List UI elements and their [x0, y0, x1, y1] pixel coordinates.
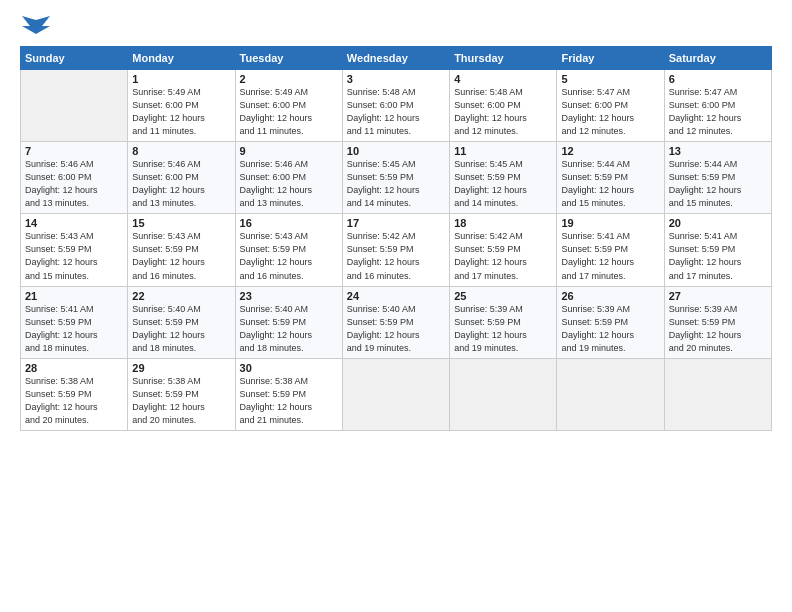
cell-week3-day7: 20Sunrise: 5:41 AM Sunset: 5:59 PM Dayli…: [664, 214, 771, 286]
day-info: Sunrise: 5:41 AM Sunset: 5:59 PM Dayligh…: [561, 231, 634, 280]
day-info: Sunrise: 5:39 AM Sunset: 5:59 PM Dayligh…: [669, 304, 742, 353]
day-info: Sunrise: 5:40 AM Sunset: 5:59 PM Dayligh…: [240, 304, 313, 353]
cell-week3-day2: 15Sunrise: 5:43 AM Sunset: 5:59 PM Dayli…: [128, 214, 235, 286]
col-header-saturday: Saturday: [664, 47, 771, 70]
day-number: 19: [561, 217, 659, 229]
day-info: Sunrise: 5:49 AM Sunset: 6:00 PM Dayligh…: [240, 87, 313, 136]
day-info: Sunrise: 5:41 AM Sunset: 5:59 PM Dayligh…: [25, 304, 98, 353]
cell-week4-day5: 25Sunrise: 5:39 AM Sunset: 5:59 PM Dayli…: [450, 286, 557, 358]
day-info: Sunrise: 5:48 AM Sunset: 6:00 PM Dayligh…: [454, 87, 527, 136]
svg-marker-0: [22, 16, 50, 34]
day-info: Sunrise: 5:42 AM Sunset: 5:59 PM Dayligh…: [347, 231, 420, 280]
cell-week2-day3: 9Sunrise: 5:46 AM Sunset: 6:00 PM Daylig…: [235, 142, 342, 214]
cell-week2-day5: 11Sunrise: 5:45 AM Sunset: 5:59 PM Dayli…: [450, 142, 557, 214]
col-header-wednesday: Wednesday: [342, 47, 449, 70]
cell-week5-day5: [450, 358, 557, 430]
day-number: 14: [25, 217, 123, 229]
cell-week4-day4: 24Sunrise: 5:40 AM Sunset: 5:59 PM Dayli…: [342, 286, 449, 358]
cell-week4-day2: 22Sunrise: 5:40 AM Sunset: 5:59 PM Dayli…: [128, 286, 235, 358]
cell-week1-day1: [21, 70, 128, 142]
day-number: 3: [347, 73, 445, 85]
logo-bird-icon: [22, 16, 50, 38]
cell-week5-day3: 30Sunrise: 5:38 AM Sunset: 5:59 PM Dayli…: [235, 358, 342, 430]
cell-week3-day4: 17Sunrise: 5:42 AM Sunset: 5:59 PM Dayli…: [342, 214, 449, 286]
day-info: Sunrise: 5:43 AM Sunset: 5:59 PM Dayligh…: [132, 231, 205, 280]
day-number: 18: [454, 217, 552, 229]
cell-week4-day1: 21Sunrise: 5:41 AM Sunset: 5:59 PM Dayli…: [21, 286, 128, 358]
cell-week1-day2: 1Sunrise: 5:49 AM Sunset: 6:00 PM Daylig…: [128, 70, 235, 142]
day-info: Sunrise: 5:46 AM Sunset: 6:00 PM Dayligh…: [132, 159, 205, 208]
day-info: Sunrise: 5:44 AM Sunset: 5:59 PM Dayligh…: [669, 159, 742, 208]
day-number: 23: [240, 290, 338, 302]
day-number: 30: [240, 362, 338, 374]
header: [20, 18, 772, 38]
calendar-table: SundayMondayTuesdayWednesdayThursdayFrid…: [20, 46, 772, 431]
day-number: 28: [25, 362, 123, 374]
cell-week3-day6: 19Sunrise: 5:41 AM Sunset: 5:59 PM Dayli…: [557, 214, 664, 286]
day-info: Sunrise: 5:40 AM Sunset: 5:59 PM Dayligh…: [347, 304, 420, 353]
day-info: Sunrise: 5:46 AM Sunset: 6:00 PM Dayligh…: [25, 159, 98, 208]
day-info: Sunrise: 5:48 AM Sunset: 6:00 PM Dayligh…: [347, 87, 420, 136]
cell-week1-day6: 5Sunrise: 5:47 AM Sunset: 6:00 PM Daylig…: [557, 70, 664, 142]
cell-week2-day2: 8Sunrise: 5:46 AM Sunset: 6:00 PM Daylig…: [128, 142, 235, 214]
cell-week1-day3: 2Sunrise: 5:49 AM Sunset: 6:00 PM Daylig…: [235, 70, 342, 142]
day-number: 5: [561, 73, 659, 85]
logo: [20, 18, 50, 38]
col-header-tuesday: Tuesday: [235, 47, 342, 70]
day-info: Sunrise: 5:38 AM Sunset: 5:59 PM Dayligh…: [132, 376, 205, 425]
day-info: Sunrise: 5:44 AM Sunset: 5:59 PM Dayligh…: [561, 159, 634, 208]
cell-week1-day7: 6Sunrise: 5:47 AM Sunset: 6:00 PM Daylig…: [664, 70, 771, 142]
cell-week5-day1: 28Sunrise: 5:38 AM Sunset: 5:59 PM Dayli…: [21, 358, 128, 430]
day-number: 10: [347, 145, 445, 157]
cell-week3-day1: 14Sunrise: 5:43 AM Sunset: 5:59 PM Dayli…: [21, 214, 128, 286]
day-number: 22: [132, 290, 230, 302]
day-number: 25: [454, 290, 552, 302]
cell-week5-day6: [557, 358, 664, 430]
day-number: 12: [561, 145, 659, 157]
day-info: Sunrise: 5:47 AM Sunset: 6:00 PM Dayligh…: [561, 87, 634, 136]
day-number: 29: [132, 362, 230, 374]
day-number: 1: [132, 73, 230, 85]
day-info: Sunrise: 5:41 AM Sunset: 5:59 PM Dayligh…: [669, 231, 742, 280]
day-info: Sunrise: 5:43 AM Sunset: 5:59 PM Dayligh…: [25, 231, 98, 280]
day-info: Sunrise: 5:46 AM Sunset: 6:00 PM Dayligh…: [240, 159, 313, 208]
day-number: 17: [347, 217, 445, 229]
day-number: 27: [669, 290, 767, 302]
day-info: Sunrise: 5:45 AM Sunset: 5:59 PM Dayligh…: [454, 159, 527, 208]
day-info: Sunrise: 5:45 AM Sunset: 5:59 PM Dayligh…: [347, 159, 420, 208]
day-number: 13: [669, 145, 767, 157]
cell-week2-day4: 10Sunrise: 5:45 AM Sunset: 5:59 PM Dayli…: [342, 142, 449, 214]
day-info: Sunrise: 5:42 AM Sunset: 5:59 PM Dayligh…: [454, 231, 527, 280]
cell-week4-day6: 26Sunrise: 5:39 AM Sunset: 5:59 PM Dayli…: [557, 286, 664, 358]
day-info: Sunrise: 5:47 AM Sunset: 6:00 PM Dayligh…: [669, 87, 742, 136]
day-number: 21: [25, 290, 123, 302]
cell-week3-day5: 18Sunrise: 5:42 AM Sunset: 5:59 PM Dayli…: [450, 214, 557, 286]
day-number: 24: [347, 290, 445, 302]
day-info: Sunrise: 5:38 AM Sunset: 5:59 PM Dayligh…: [240, 376, 313, 425]
cell-week4-day7: 27Sunrise: 5:39 AM Sunset: 5:59 PM Dayli…: [664, 286, 771, 358]
day-info: Sunrise: 5:39 AM Sunset: 5:59 PM Dayligh…: [561, 304, 634, 353]
day-number: 20: [669, 217, 767, 229]
cell-week5-day2: 29Sunrise: 5:38 AM Sunset: 5:59 PM Dayli…: [128, 358, 235, 430]
cell-week1-day4: 3Sunrise: 5:48 AM Sunset: 6:00 PM Daylig…: [342, 70, 449, 142]
cell-week4-day3: 23Sunrise: 5:40 AM Sunset: 5:59 PM Dayli…: [235, 286, 342, 358]
day-number: 16: [240, 217, 338, 229]
page: SundayMondayTuesdayWednesdayThursdayFrid…: [0, 0, 792, 441]
cell-week1-day5: 4Sunrise: 5:48 AM Sunset: 6:00 PM Daylig…: [450, 70, 557, 142]
cell-week2-day7: 13Sunrise: 5:44 AM Sunset: 5:59 PM Dayli…: [664, 142, 771, 214]
day-info: Sunrise: 5:43 AM Sunset: 5:59 PM Dayligh…: [240, 231, 313, 280]
day-info: Sunrise: 5:38 AM Sunset: 5:59 PM Dayligh…: [25, 376, 98, 425]
cell-week2-day1: 7Sunrise: 5:46 AM Sunset: 6:00 PM Daylig…: [21, 142, 128, 214]
day-number: 26: [561, 290, 659, 302]
day-number: 8: [132, 145, 230, 157]
col-header-monday: Monday: [128, 47, 235, 70]
day-number: 4: [454, 73, 552, 85]
col-header-sunday: Sunday: [21, 47, 128, 70]
day-number: 15: [132, 217, 230, 229]
day-info: Sunrise: 5:40 AM Sunset: 5:59 PM Dayligh…: [132, 304, 205, 353]
day-number: 11: [454, 145, 552, 157]
col-header-friday: Friday: [557, 47, 664, 70]
col-header-thursday: Thursday: [450, 47, 557, 70]
day-number: 9: [240, 145, 338, 157]
day-info: Sunrise: 5:49 AM Sunset: 6:00 PM Dayligh…: [132, 87, 205, 136]
